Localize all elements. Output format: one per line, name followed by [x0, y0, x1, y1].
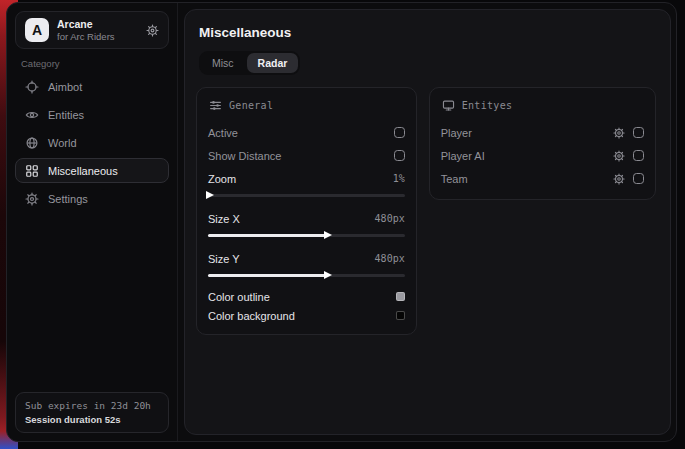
player-checkbox[interactable] [633, 127, 644, 138]
globe-icon [25, 136, 39, 150]
app-logo: A [25, 18, 49, 42]
slider-thumb[interactable] [324, 271, 332, 279]
sidebar-item-miscellaneous[interactable]: Miscellaneous [15, 158, 169, 183]
tab-radar[interactable]: Radar [247, 53, 299, 73]
slider-track [208, 194, 405, 197]
app-subtitle: for Arc Riders [57, 31, 115, 42]
entity-label: Player [441, 127, 472, 139]
sidebar: A Arcane for Arc Riders Category Aimbot … [7, 3, 178, 441]
size-x-slider[interactable] [208, 230, 405, 241]
zoom-value: 1% [393, 173, 405, 184]
setting-label: Color background [208, 310, 295, 322]
color-background-swatch[interactable] [396, 311, 405, 320]
setting-row-size-x: Size X 480px [208, 207, 405, 230]
player-ai-checkbox[interactable] [633, 150, 644, 161]
setting-label: Color outline [208, 291, 270, 303]
sidebar-item-label: Aimbot [48, 81, 82, 93]
size-x-value: 480px [375, 213, 405, 224]
entity-controls [613, 127, 644, 139]
slider-fill [208, 234, 326, 237]
zoom-slider[interactable] [208, 190, 405, 201]
entity-controls [613, 173, 644, 185]
app-window: A Arcane for Arc Riders Category Aimbot … [6, 2, 677, 442]
entity-row-player: Player [441, 121, 644, 144]
setting-label: Size Y [208, 253, 240, 265]
app-title-block: Arcane for Arc Riders [57, 18, 115, 42]
entity-controls [613, 150, 644, 162]
entities-panel: Entityes Player Player AI [429, 87, 656, 200]
setting-label: Size X [208, 213, 240, 225]
sidebar-nav: Aimbot Entities World Miscellaneous Sett… [15, 74, 169, 214]
team-checkbox[interactable] [633, 173, 644, 184]
session-duration: Session duration 52s [25, 414, 159, 425]
color-outline-swatch[interactable] [396, 292, 405, 301]
setting-row-size-y: Size Y 480px [208, 247, 405, 270]
setting-label: Zoom [208, 173, 236, 185]
sidebar-item-label: World [48, 137, 77, 149]
entity-row-team: Team [441, 167, 644, 190]
setting-row-color-outline: Color outline [208, 287, 405, 306]
page-title: Miscellaneous [199, 25, 656, 40]
tab-bar: Misc Radar [199, 51, 300, 75]
show-distance-checkbox[interactable] [394, 150, 405, 161]
size-y-value: 480px [375, 253, 405, 264]
entities-panel-header: Entityes [442, 99, 644, 112]
panel-title: General [229, 100, 273, 111]
slider-thumb[interactable] [206, 191, 214, 199]
subscription-expiry: Sub expires in 23d 20h [25, 400, 159, 411]
eye-icon [25, 108, 39, 122]
gear-icon[interactable] [613, 150, 625, 162]
subscription-box: Sub expires in 23d 20h Session duration … [15, 392, 169, 433]
general-panel: General Active Show Distance Zoom 1% [196, 87, 417, 335]
general-panel-header: General [209, 99, 405, 112]
app-header-card: A Arcane for Arc Riders [15, 11, 169, 49]
cards-row: General Active Show Distance Zoom 1% [196, 87, 656, 335]
setting-row-zoom: Zoom 1% [208, 167, 405, 190]
sidebar-item-entities[interactable]: Entities [15, 102, 169, 127]
setting-label: Active [208, 127, 238, 139]
setting-row-active: Active [208, 121, 405, 144]
sidebar-item-label: Miscellaneous [48, 165, 118, 177]
setting-row-show-distance: Show Distance [208, 144, 405, 167]
slider-thumb[interactable] [324, 231, 332, 239]
tab-misc[interactable]: Misc [201, 53, 245, 73]
entity-label: Team [441, 173, 468, 185]
entity-row-player-ai: Player AI [441, 144, 644, 167]
active-checkbox[interactable] [394, 127, 405, 138]
grid-icon [25, 164, 39, 178]
setting-row-color-background: Color background [208, 306, 405, 325]
category-label: Category [21, 58, 60, 69]
desktop: A Arcane for Arc Riders Category Aimbot … [0, 0, 685, 449]
sidebar-item-label: Entities [48, 109, 84, 121]
entity-label: Player AI [441, 150, 485, 162]
sliders-icon [209, 99, 222, 112]
size-y-slider[interactable] [208, 270, 405, 281]
gear-icon[interactable] [146, 24, 159, 37]
crosshair-icon [25, 80, 39, 94]
slider-fill [208, 274, 326, 277]
gear-icon [25, 192, 39, 206]
gear-icon[interactable] [613, 173, 625, 185]
sidebar-item-aimbot[interactable]: Aimbot [15, 74, 169, 99]
sidebar-item-world[interactable]: World [15, 130, 169, 155]
main-panel: Miscellaneous Misc Radar General Active [184, 9, 671, 435]
gear-icon[interactable] [613, 127, 625, 139]
panel-title: Entityes [462, 100, 513, 111]
setting-label: Show Distance [208, 150, 281, 162]
sidebar-item-settings[interactable]: Settings [15, 186, 169, 211]
monitor-icon [442, 99, 455, 112]
sidebar-item-label: Settings [48, 193, 88, 205]
app-name: Arcane [57, 18, 115, 30]
